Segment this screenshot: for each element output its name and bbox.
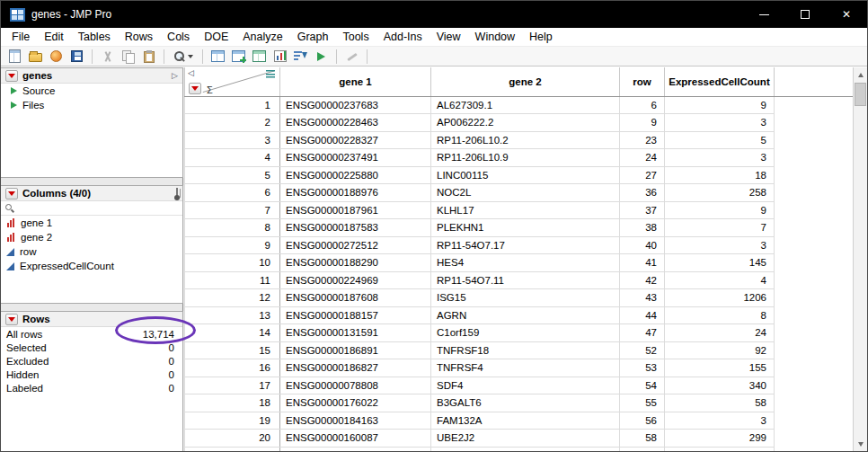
minimize-button[interactable] bbox=[743, 1, 784, 28]
data-table-button[interactable] bbox=[208, 48, 227, 66]
menu-edit[interactable]: Edit bbox=[37, 29, 71, 45]
cell-row[interactable]: 24 bbox=[620, 149, 665, 167]
cell-row[interactable]: 54 bbox=[620, 377, 665, 394]
collapse-panels-icon[interactable]: ◁ bbox=[188, 68, 194, 77]
cell-gene2[interactable]: RP11-206L10.9 bbox=[431, 149, 620, 167]
cell-gene2[interactable]: RP11-206L10.2 bbox=[431, 131, 620, 149]
menu-file[interactable]: File bbox=[4, 29, 37, 45]
columns-search-input[interactable] bbox=[17, 202, 182, 214]
cell-gene2[interactable]: TNFRSF18 bbox=[431, 341, 620, 359]
column-header-expressedcellcount[interactable]: ExpressedCellCount bbox=[665, 67, 775, 96]
cell-gene2[interactable]: KLHL17 bbox=[431, 201, 620, 219]
column-item-row[interactable]: row bbox=[1, 244, 182, 259]
cell-row[interactable]: 27 bbox=[620, 166, 665, 184]
panel-expand-icon[interactable]: ▷ bbox=[172, 71, 178, 80]
menu-analyze[interactable]: Analyze bbox=[235, 29, 289, 45]
cell-count[interactable]: 155 bbox=[665, 359, 775, 377]
row-number-cell[interactable]: 17 bbox=[185, 377, 280, 394]
journal-button[interactable] bbox=[47, 48, 66, 66]
menu-rows[interactable]: Rows bbox=[118, 29, 160, 45]
row-number-cell[interactable]: 13 bbox=[185, 306, 280, 324]
columns-panel-menu-button[interactable] bbox=[5, 188, 18, 199]
cell-count[interactable]: 299 bbox=[665, 430, 775, 448]
columns-list-icon[interactable] bbox=[266, 70, 275, 78]
menu-tools[interactable]: Tools bbox=[335, 29, 376, 45]
row-number-cell[interactable]: 9 bbox=[185, 236, 280, 254]
cell-count[interactable]: 258 bbox=[665, 184, 775, 202]
row-number-cell[interactable]: 2 bbox=[185, 114, 280, 132]
save-button[interactable] bbox=[67, 48, 86, 66]
cell-count[interactable]: 3 bbox=[665, 236, 775, 254]
sort-button[interactable] bbox=[291, 48, 310, 66]
cell-gene2[interactable]: RP11-54O7.11 bbox=[431, 271, 620, 289]
column-item-gene2[interactable]: gene 2 bbox=[1, 230, 182, 244]
rows-panel-menu-button[interactable] bbox=[5, 314, 18, 325]
rows-menu-button[interactable] bbox=[189, 83, 201, 94]
cell-gene2[interactable]: SCNN1D bbox=[431, 447, 620, 451]
row-number-cell[interactable]: 16 bbox=[185, 359, 280, 377]
row-number-cell[interactable]: 12 bbox=[185, 289, 280, 307]
menu-tables[interactable]: Tables bbox=[71, 29, 118, 45]
manage-columns-button[interactable] bbox=[176, 189, 178, 198]
zoom-button[interactable] bbox=[170, 48, 197, 66]
cell-row[interactable]: 38 bbox=[620, 219, 665, 237]
table-panel-menu-button[interactable] bbox=[5, 70, 18, 82]
cell-count[interactable]: 18 bbox=[665, 166, 775, 184]
cell-count[interactable]: 9 bbox=[665, 201, 775, 219]
cell-count[interactable]: 8 bbox=[665, 306, 775, 324]
row-number-cell[interactable]: 6 bbox=[185, 184, 280, 202]
cell-row[interactable]: 47 bbox=[620, 324, 665, 342]
menu-window[interactable]: Window bbox=[468, 29, 522, 45]
column-header-gene2[interactable]: gene 2 bbox=[431, 67, 620, 96]
cell-row[interactable]: 41 bbox=[620, 254, 665, 272]
cell-gene2[interactable]: HES4 bbox=[431, 254, 620, 272]
cell-gene1[interactable]: ENSG00000224969 bbox=[280, 271, 431, 289]
menu-addins[interactable]: Add-Ins bbox=[376, 29, 430, 45]
cell-gene1[interactable]: ENSG00000131591 bbox=[280, 324, 431, 342]
cell-row[interactable]: 58 bbox=[620, 430, 665, 448]
stat-labeled[interactable]: Labeled 0 bbox=[1, 381, 182, 394]
cell-count[interactable]: 145 bbox=[665, 254, 775, 272]
cell-gene1[interactable]: ENSG00000160087 bbox=[280, 430, 431, 448]
row-number-cell[interactable]: 3 bbox=[185, 131, 280, 149]
cell-row[interactable]: 9 bbox=[620, 114, 665, 132]
row-number-cell[interactable]: 19 bbox=[185, 412, 280, 430]
cell-count[interactable]: 3 bbox=[665, 114, 775, 132]
table-script-source[interactable]: Source bbox=[1, 84, 182, 98]
cell-gene2[interactable]: FAM132A bbox=[431, 412, 620, 430]
row-number-cell[interactable]: 11 bbox=[185, 271, 280, 289]
scrollbar-thumb[interactable] bbox=[855, 83, 866, 106]
stat-hidden[interactable]: Hidden 0 bbox=[1, 368, 182, 381]
cell-gene2[interactable]: AP006222.2 bbox=[431, 114, 620, 132]
cell-gene1[interactable]: ENSG00000187608 bbox=[280, 289, 431, 307]
cell-gene1[interactable]: ENSG00000184163 bbox=[280, 412, 431, 430]
cell-gene1[interactable]: ENSG00000186891 bbox=[280, 341, 431, 359]
cell-gene2[interactable]: AL627309.1 bbox=[431, 96, 620, 114]
close-button[interactable]: ✕ bbox=[826, 1, 867, 28]
sigma-icon[interactable]: Σ bbox=[207, 84, 213, 95]
row-number-cell[interactable]: 20 bbox=[185, 430, 280, 448]
cell-gene1[interactable]: ENSG00000078808 bbox=[280, 377, 431, 394]
cell-count[interactable]: 5 bbox=[665, 131, 775, 149]
cell-gene1[interactable]: ENSG00000186827 bbox=[280, 359, 431, 377]
cell-row[interactable]: 44 bbox=[620, 306, 665, 324]
cell-gene1[interactable]: ENSG00000162572 bbox=[280, 447, 431, 451]
cell-gene1[interactable]: ENSG00000188290 bbox=[280, 254, 431, 272]
row-number-cell[interactable]: 1 bbox=[185, 96, 280, 114]
cell-gene1[interactable]: ENSG00000237491 bbox=[280, 149, 431, 167]
cell-gene2[interactable]: SDF4 bbox=[431, 377, 620, 394]
row-number-cell[interactable]: 21 bbox=[185, 447, 280, 451]
open-button[interactable] bbox=[26, 48, 45, 66]
row-number-cell[interactable]: 5 bbox=[185, 166, 280, 184]
cell-count[interactable]: 9 bbox=[665, 96, 775, 114]
stat-selected[interactable]: Selected 0 bbox=[1, 341, 182, 354]
cell-gene1[interactable]: ENSG00000188157 bbox=[280, 306, 431, 324]
add-rows-button[interactable] bbox=[229, 48, 248, 66]
cell-gene1[interactable]: ENSG00000176022 bbox=[280, 394, 431, 412]
menu-view[interactable]: View bbox=[430, 29, 468, 45]
stat-excluded[interactable]: Excluded 0 bbox=[1, 354, 182, 368]
row-number-cell[interactable]: 4 bbox=[185, 149, 280, 167]
vertical-scrollbar[interactable] bbox=[853, 67, 867, 451]
row-number-cell[interactable]: 15 bbox=[185, 341, 280, 359]
cell-gene2[interactable]: RP11-54O7.17 bbox=[431, 236, 620, 254]
